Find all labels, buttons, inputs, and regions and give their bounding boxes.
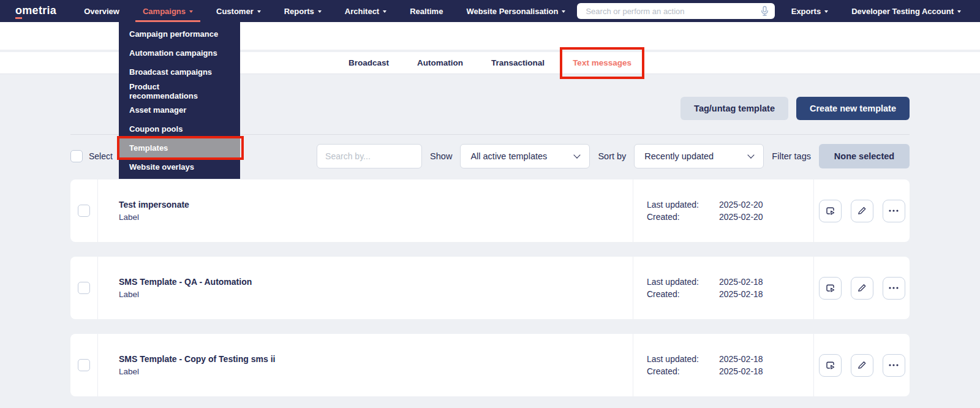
template-dates-cell: Last updated:2025-02-18 Created:2025-02-…	[633, 334, 813, 396]
row-checkbox-cell	[70, 179, 98, 242]
template-row: SMS Template - Copy of Testing sms ii La…	[70, 334, 910, 396]
last-updated-value: 2025-02-18	[719, 277, 763, 287]
select-all-label: Select	[89, 151, 113, 161]
template-actions-cell	[813, 179, 910, 242]
microphone-icon[interactable]	[760, 6, 769, 17]
created-label: Created:	[647, 289, 719, 299]
edit-template-button[interactable]	[851, 200, 873, 222]
menu-item-coupon-pools[interactable]: Coupon pools	[119, 119, 240, 138]
ometria-logo[interactable]: ometria	[15, 4, 56, 17]
chevron-down-icon	[574, 151, 581, 158]
created-value: 2025-02-18	[719, 366, 763, 376]
pencil-icon	[856, 360, 867, 371]
create-new-template-button[interactable]: Create new template	[796, 97, 910, 120]
more-options-button[interactable]	[883, 277, 905, 300]
last-updated-label: Last updated:	[647, 200, 719, 210]
global-search	[577, 3, 774, 19]
logo-rest: metria	[22, 4, 56, 17]
created-value: 2025-02-20	[719, 212, 763, 222]
filter-tags-label: Filter tags	[772, 151, 811, 161]
pencil-icon	[856, 282, 867, 293]
filter-tags-button[interactable]: None selected	[819, 144, 910, 168]
sort-by-label: Sort by	[598, 151, 626, 161]
more-options-button[interactable]	[883, 200, 905, 222]
nav-overview[interactable]: Overview	[72, 0, 131, 22]
created-value: 2025-02-18	[719, 289, 763, 299]
menu-item-campaign-performance[interactable]: Campaign performance	[119, 25, 240, 43]
row-checkbox-cell	[70, 334, 98, 396]
template-info-cell: SMS Template - QA - Automation Label	[98, 257, 633, 319]
pencil-icon	[856, 205, 867, 216]
preview-icon	[824, 282, 836, 294]
menu-item-product-recommendations[interactable]: Product recommendations	[119, 81, 240, 100]
edit-template-button[interactable]	[851, 277, 873, 300]
row-checkbox[interactable]	[78, 282, 90, 294]
preview-icon	[824, 360, 836, 371]
nav-realtime[interactable]: Realtime	[398, 0, 454, 22]
template-label: Label	[119, 213, 633, 222]
sort-by-select[interactable]: Recently updated	[634, 144, 764, 168]
ellipsis-icon	[889, 210, 899, 212]
template-actions-cell	[813, 257, 910, 319]
menu-item-automation-campaigns[interactable]: Automation campaigns	[119, 43, 240, 62]
chevron-down-icon	[257, 10, 261, 13]
template-title: SMS Template - QA - Automation	[119, 277, 633, 287]
top-navbar: ometria Overview Campaigns Customer Repo…	[0, 0, 980, 22]
preview-icon	[824, 205, 836, 217]
template-row: Test impersonate Label Last updated:2025…	[70, 179, 910, 242]
campaigns-dropdown-menu: Campaign performance Automation campaign…	[119, 22, 240, 179]
template-title: Test impersonate	[119, 200, 633, 210]
show-select[interactable]: All active templates	[460, 144, 590, 168]
select-all-checkbox[interactable]	[70, 150, 83, 162]
menu-item-asset-manager[interactable]: Asset manager	[119, 100, 240, 119]
search-templates-input[interactable]	[317, 144, 422, 168]
last-updated-value: 2025-02-20	[719, 200, 763, 210]
menu-item-website-overlays[interactable]: Website overlays	[119, 157, 240, 176]
nav-account-menu[interactable]: Developer Testing Account	[840, 0, 973, 22]
template-actions-cell	[813, 334, 910, 396]
tab-text-messages[interactable]: Text messages	[559, 52, 646, 74]
edit-template-button[interactable]	[851, 354, 873, 377]
nav-reports[interactable]: Reports	[273, 0, 333, 22]
chevron-down-icon	[957, 10, 961, 13]
chevron-down-icon	[318, 10, 322, 13]
template-title: SMS Template - Copy of Testing sms ii	[119, 354, 633, 364]
preview-template-button[interactable]	[819, 200, 842, 222]
logo-letter-o: o	[15, 4, 22, 19]
template-label: Label	[119, 290, 633, 299]
chevron-down-icon	[748, 151, 755, 158]
tab-transactional[interactable]: Transactional	[477, 52, 559, 74]
preview-template-button[interactable]	[819, 277, 842, 300]
ellipsis-icon	[889, 287, 899, 289]
tab-broadcast[interactable]: Broadcast	[334, 52, 403, 74]
created-label: Created:	[647, 366, 719, 376]
chevron-down-icon	[824, 10, 828, 13]
tab-automation[interactable]: Automation	[403, 52, 477, 74]
created-label: Created:	[647, 212, 719, 222]
nav-website-personalisation[interactable]: Website Personalisation	[454, 0, 577, 22]
global-search-input[interactable]	[584, 6, 760, 17]
show-label: Show	[430, 151, 452, 161]
chevron-down-icon	[383, 10, 386, 13]
tag-untag-template-button[interactable]: Tag/untag template	[680, 97, 788, 120]
template-dates-cell: Last updated:2025-02-18 Created:2025-02-…	[633, 257, 813, 319]
ellipsis-icon	[889, 364, 899, 366]
menu-item-broadcast-campaigns[interactable]: Broadcast campaigns	[119, 62, 240, 81]
nav-campaigns[interactable]: Campaigns	[131, 0, 205, 22]
nav-customer[interactable]: Customer	[205, 0, 273, 22]
more-options-button[interactable]	[883, 354, 905, 377]
preview-template-button[interactable]	[819, 354, 842, 377]
template-label: Label	[119, 367, 633, 376]
menu-item-templates[interactable]: Templates	[119, 138, 240, 157]
template-info-cell: Test impersonate Label	[98, 179, 633, 242]
nav-exports[interactable]: Exports	[780, 0, 840, 22]
row-checkbox[interactable]	[78, 359, 90, 371]
chevron-down-icon	[189, 10, 193, 13]
nav-architect[interactable]: Architect	[333, 0, 398, 22]
last-updated-label: Last updated:	[647, 354, 719, 364]
chevron-down-icon	[562, 10, 565, 13]
last-updated-label: Last updated:	[647, 277, 719, 287]
row-checkbox[interactable]	[78, 205, 90, 217]
row-checkbox-cell	[70, 257, 98, 319]
last-updated-value: 2025-02-18	[719, 354, 763, 364]
